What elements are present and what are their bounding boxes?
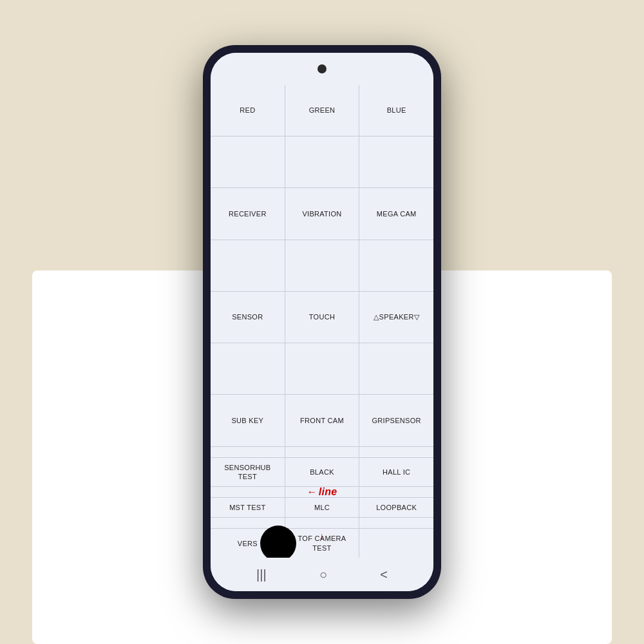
grid-empty-6 bbox=[359, 240, 433, 291]
notch-area bbox=[211, 53, 433, 85]
grid-item-gripsensor[interactable]: GRIPSENSOR bbox=[359, 395, 433, 446]
test-grid: RED GREEN BLUE RECEIVER VIBRATION MEGA C… bbox=[211, 85, 433, 558]
grid-empty-7 bbox=[211, 343, 285, 394]
grid-item-hall-ic[interactable]: HALL IC bbox=[359, 458, 433, 487]
grid-item-sensor[interactable]: SENSOR bbox=[211, 292, 285, 343]
grid-item-receiver[interactable]: RECEIVER bbox=[211, 188, 285, 239]
grid-empty-19 bbox=[359, 529, 433, 558]
grid-empty-8 bbox=[285, 343, 359, 394]
grid-item-touch[interactable]: TOUCH bbox=[285, 292, 359, 343]
grid-empty-12 bbox=[359, 447, 433, 457]
back-button[interactable]: < bbox=[380, 567, 388, 582]
grid-item-version[interactable]: VERS bbox=[211, 529, 285, 558]
navigation-bar: ||| ○ < bbox=[211, 558, 433, 591]
home-button[interactable]: ○ bbox=[319, 567, 327, 582]
grid-empty-14: ← line bbox=[285, 487, 359, 497]
grid-empty-2 bbox=[285, 137, 359, 187]
grid-item-sensorhub-test[interactable]: SENSORHUBTEST bbox=[211, 458, 285, 487]
grid-item-blue[interactable]: BLUE bbox=[359, 85, 433, 136]
grid-item-loopback[interactable]: LOOPBACK bbox=[359, 498, 433, 517]
grid-empty-13 bbox=[211, 487, 285, 497]
line-annotation-label: line bbox=[319, 486, 337, 499]
grid-empty-1 bbox=[211, 137, 285, 187]
grid-empty-17 bbox=[285, 518, 359, 528]
version-label: VERS bbox=[238, 539, 258, 548]
grid-item-black[interactable]: BLACK bbox=[285, 458, 359, 487]
grid-item-mlc[interactable]: MLC bbox=[285, 498, 359, 517]
grid-empty-10 bbox=[211, 447, 285, 457]
grid-empty-15 bbox=[359, 487, 433, 497]
grid-item-front-cam[interactable]: FRONT CAM bbox=[285, 395, 359, 446]
grid-item-tof-camera[interactable]: ↓ TOF CAMERATEST bbox=[285, 529, 359, 558]
grid-item-vibration[interactable]: VIBRATION bbox=[285, 188, 359, 239]
tof-arrow-icon: ↓ bbox=[319, 530, 324, 542]
grid-item-mega-cam[interactable]: MEGA CAM bbox=[359, 188, 433, 239]
grid-empty-11 bbox=[285, 447, 359, 457]
grid-empty-3 bbox=[359, 137, 433, 187]
grid-item-speaker[interactable]: △SPEAKER▽ bbox=[359, 292, 433, 343]
grid-item-sub-key[interactable]: SUB KEY bbox=[211, 395, 285, 446]
grid-empty-4 bbox=[211, 240, 285, 291]
phone-device: RED GREEN BLUE RECEIVER VIBRATION MEGA C… bbox=[203, 45, 441, 599]
phone-screen: RED GREEN BLUE RECEIVER VIBRATION MEGA C… bbox=[211, 53, 433, 591]
recent-apps-button[interactable]: ||| bbox=[256, 567, 267, 582]
grid-item-green[interactable]: GREEN bbox=[285, 85, 359, 136]
grid-empty-5 bbox=[285, 240, 359, 291]
grid-empty-9 bbox=[359, 343, 433, 394]
scene: RED GREEN BLUE RECEIVER VIBRATION MEGA C… bbox=[0, 0, 644, 644]
grid-item-red[interactable]: RED bbox=[211, 85, 285, 136]
front-camera-dot bbox=[317, 64, 327, 73]
grid-empty-18 bbox=[359, 518, 433, 528]
grid-item-mst-test[interactable]: MST TEST bbox=[211, 498, 285, 517]
